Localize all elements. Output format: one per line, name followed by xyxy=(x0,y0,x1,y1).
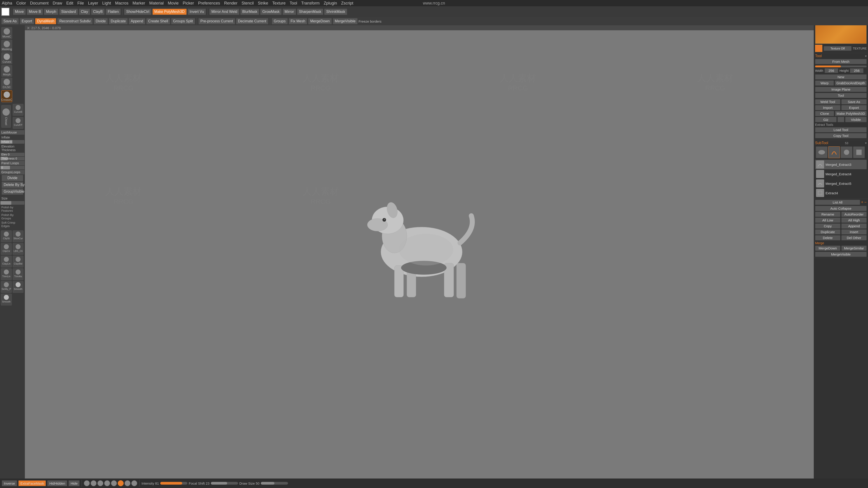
moveb-btn[interactable]: Move B xyxy=(27,8,43,15)
morph-btn[interactable]: Morph xyxy=(44,8,58,15)
texture-off-btn[interactable]: Texture Off xyxy=(824,46,851,51)
duplicate-btn[interactable]: Duplicate xyxy=(109,18,128,24)
copy-tool-btn[interactable]: Copy Tool xyxy=(815,133,867,138)
export-btn[interactable]: Export xyxy=(20,18,34,24)
menu-movie[interactable]: Movie xyxy=(168,1,179,6)
brush-icon-trim[interactable] xyxy=(131,480,137,486)
intensity-slider[interactable] xyxy=(160,482,187,485)
inflate-slider[interactable]: Inflate 0 xyxy=(0,140,24,144)
menu-strike[interactable]: Strike xyxy=(258,1,268,6)
brush-lbs[interactable]: LBS_Cli xyxy=(13,243,24,255)
thickness-slider[interactable]: Thickness 0 xyxy=(0,157,24,160)
clay-btn[interactable]: Clay xyxy=(79,8,90,15)
last-mouse-title[interactable]: LastMouse xyxy=(0,130,24,135)
brush-curvesb[interactable]: CurveB xyxy=(13,104,24,116)
brush-clipcir[interactable]: ClipCir xyxy=(1,243,12,255)
brush-icon-pinch[interactable] xyxy=(91,480,96,486)
elevation-slider[interactable]: Elev 0 xyxy=(0,153,24,156)
insert-btn[interactable]: Insert xyxy=(841,229,867,234)
menu-texture[interactable]: Texture xyxy=(272,1,286,6)
group-visible-btn[interactable]: GroupVisible xyxy=(2,188,23,195)
brush-trimline[interactable]: TrimLin xyxy=(1,268,12,280)
menu-macros[interactable]: Macros xyxy=(115,1,128,6)
divide-btn[interactable]: Divide xyxy=(94,18,107,24)
subtool-merged-extract3[interactable]: Merged_Extract3 xyxy=(815,160,867,169)
make-pm3d-tool-btn[interactable]: Make PolyMesh3D xyxy=(835,111,867,116)
menu-layer[interactable]: Layer xyxy=(88,1,98,6)
weld-tool-btn[interactable]: Weld Tool xyxy=(815,99,840,104)
menu-edit[interactable]: Edit xyxy=(66,1,73,6)
append-list-btn[interactable]: Append xyxy=(841,223,867,229)
show-hide-ctrl-btn[interactable]: Show/HideCtrl xyxy=(124,8,151,15)
reconstruct-btn[interactable]: Reconstruct Subdiv xyxy=(57,18,93,24)
giz-btn[interactable]: Giz xyxy=(815,117,837,122)
invert-vu-btn[interactable]: Invert Vu xyxy=(188,8,206,15)
extra-face-mask-btn[interactable]: ExtraFaceMask xyxy=(18,480,46,486)
decimate-btn[interactable]: Decimate Current xyxy=(236,18,268,24)
size-slider[interactable] xyxy=(0,201,24,205)
brush-smooth2[interactable]: Smooth xyxy=(1,294,12,305)
brush-claylin[interactable]: ClayLin xyxy=(1,256,12,267)
auto-collapse-btn[interactable]: Auto Collapse xyxy=(815,206,867,211)
panel-loops-slider[interactable]: 0 xyxy=(0,166,24,169)
divide-loops-btn[interactable]: Divide xyxy=(2,175,23,181)
menu-render[interactable]: Render xyxy=(224,1,237,6)
visible-btn[interactable]: Visible xyxy=(845,117,867,122)
from-mesh-btn[interactable]: From Mesh xyxy=(815,59,867,64)
brush-creasec[interactable]: CreaseC xyxy=(1,90,12,102)
rename-btn[interactable]: Rename xyxy=(815,212,840,217)
merge-down-list-btn[interactable]: MergeDown xyxy=(815,246,840,251)
menu-zscript[interactable]: Zscript xyxy=(341,1,353,6)
tool-section-title[interactable]: Tool ▾ xyxy=(815,54,867,58)
all-low-btn[interactable]: All Low xyxy=(815,218,840,223)
canvas-area[interactable]: 人人素材 RRCG 人人素材 RRCG 人人素材 RRCG 人人素材 RRCG … xyxy=(25,25,814,479)
brush-curves[interactable]: Curves xyxy=(1,53,12,64)
menu-stencil[interactable]: Stencil xyxy=(241,1,254,6)
color-swatch[interactable] xyxy=(1,8,9,16)
brush-icon-pol[interactable] xyxy=(125,480,130,486)
brush-crlsc[interactable]: CrLSC xyxy=(1,78,12,90)
menu-color[interactable]: Color xyxy=(16,1,26,6)
color-swatch-right[interactable] xyxy=(815,45,822,52)
warp-btn[interactable]: Warp xyxy=(815,80,834,86)
brush-trimas[interactable]: TrimAs xyxy=(13,268,24,280)
flatten-btn[interactable]: Flatten xyxy=(105,8,121,15)
brush-movec[interactable]: MoveC xyxy=(1,27,12,39)
menu-preferences[interactable]: Preferences xyxy=(198,1,220,6)
groups-split-btn[interactable]: Groups Split xyxy=(171,18,195,24)
subtool-2[interactable] xyxy=(828,147,840,158)
import-tool-btn[interactable]: Import xyxy=(815,105,840,110)
list-all-btn[interactable]: List All xyxy=(815,200,860,205)
subtool-4[interactable] xyxy=(853,147,865,158)
subtool-3[interactable] xyxy=(841,147,852,158)
subtool-merged-extract5[interactable]: Merged_Extract5 xyxy=(815,179,867,188)
delete-sym-btn[interactable]: Delete By Symmetry xyxy=(2,182,23,188)
add-icon[interactable]: + xyxy=(861,200,864,205)
menu-document[interactable]: Document xyxy=(30,1,49,6)
tool-slider[interactable] xyxy=(815,66,867,67)
export-tool-btn[interactable]: Export xyxy=(841,105,867,110)
save-as-btn[interactable]: Save As xyxy=(1,18,19,24)
menu-draw[interactable]: Draw xyxy=(53,1,62,6)
dyname-btn[interactable]: DynaMesh xyxy=(35,18,56,24)
brush-curvesfp[interactable]: CurvFP xyxy=(13,117,24,129)
menu-file[interactable]: File xyxy=(77,1,84,6)
brush-icon-std[interactable] xyxy=(111,480,117,486)
groups-btn[interactable]: Groups xyxy=(272,18,287,24)
shrink-mask-btn[interactable]: ShrinkMask xyxy=(324,8,347,15)
brush-smooth[interactable]: Smooth xyxy=(13,281,24,293)
menu-transform[interactable]: Transform xyxy=(301,1,320,6)
menu-alpha[interactable]: Alpha xyxy=(2,1,12,6)
focal-slider[interactable] xyxy=(211,482,238,485)
mirror-btn[interactable]: Mirror xyxy=(283,8,296,15)
pre-process-btn[interactable]: Pre-process Current xyxy=(198,18,235,24)
image-plane-btn[interactable]: Image Plane xyxy=(815,87,867,92)
menu-zplugin[interactable]: Zplugin xyxy=(324,1,337,6)
merge-visible-btn[interactable]: MergeVisible xyxy=(333,18,358,24)
menu-light[interactable]: Light xyxy=(102,1,111,6)
brush-claybld[interactable]: ClayBld xyxy=(13,256,24,267)
width-input[interactable] xyxy=(825,68,838,73)
all-high-btn[interactable]: All High xyxy=(841,218,867,223)
subtool-1[interactable] xyxy=(816,147,828,158)
brush-morph[interactable]: Morph xyxy=(1,65,12,77)
